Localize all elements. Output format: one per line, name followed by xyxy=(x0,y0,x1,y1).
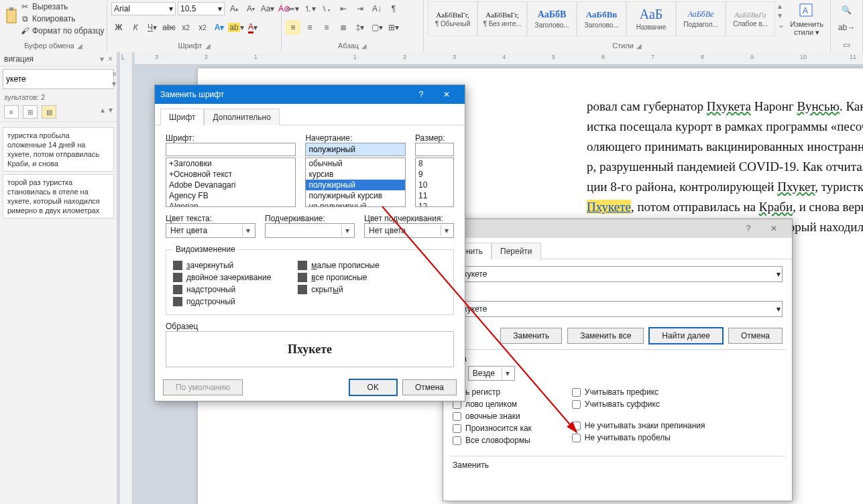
fr-chk-punct[interactable]: Не учитывать знаки препинания xyxy=(572,420,705,432)
numbering-icon[interactable]: ⒈▾ xyxy=(302,1,317,16)
close-icon[interactable]: × xyxy=(108,54,113,64)
styles-up-icon[interactable]: ▴ xyxy=(778,1,785,11)
style-tile[interactable]: АаБбВвГаСлабое в... xyxy=(726,1,775,36)
style-tile[interactable]: АаБбВеПодзагол... xyxy=(676,1,726,36)
fr-chk-sounds[interactable]: Произносится как xyxy=(453,422,532,434)
group-launcher-icon[interactable]: ◢ xyxy=(636,42,642,50)
underline-color-select[interactable]: Нет цвета▾ xyxy=(364,223,454,238)
style-tile[interactable]: АаБбВвГг,¶ Без инте... xyxy=(477,1,527,36)
font-style-list[interactable]: обычныйкурсивполужирныйполужирный курсив… xyxy=(305,158,406,207)
style-tile[interactable]: АаБбВЗаголово... xyxy=(527,1,577,36)
find-icon[interactable]: 🔍 xyxy=(840,3,854,17)
fr-chk-suffix[interactable]: Учитывать суффикс xyxy=(572,398,705,410)
subscript-icon[interactable]: x2 xyxy=(178,20,193,35)
nav-result-item[interactable]: торой раз туристка становилась в отеле н… xyxy=(3,174,114,218)
align-center-icon[interactable]: ≡ xyxy=(302,20,317,35)
shrink-font-icon[interactable]: A▾ xyxy=(243,1,258,16)
styles-down-icon[interactable]: ▾ xyxy=(778,11,785,20)
fr-tab-goto[interactable]: Перейти xyxy=(492,243,541,259)
grow-font-icon[interactable]: A▴ xyxy=(227,1,241,16)
bullets-icon[interactable]: ≔▾ xyxy=(286,1,300,16)
paste-button[interactable] xyxy=(4,1,20,32)
font-color-icon[interactable]: A▾ xyxy=(245,20,260,35)
fr-find-field[interactable]: Пхукете▾ xyxy=(453,266,783,282)
font-tab-font[interactable]: Шрифт xyxy=(160,109,204,125)
fr-chk-spaces[interactable]: Не учитывать пробелы xyxy=(572,432,705,444)
fr-replace-all-button[interactable]: Заменить все xyxy=(567,328,644,344)
change-case-icon[interactable]: Aa▾ xyxy=(260,1,275,16)
nav-tab-headings[interactable]: ≡ xyxy=(4,105,19,119)
horizontal-ruler[interactable]: 3211234567891011121314 xyxy=(135,52,863,65)
nav-next-icon[interactable]: ▾ xyxy=(109,105,113,119)
strikethrough-icon[interactable]: abc xyxy=(162,20,176,35)
show-marks-icon[interactable]: ¶ xyxy=(386,1,401,16)
fr-replace-field[interactable]: Пхукете▾ xyxy=(453,301,783,317)
nav-tab-results[interactable]: ▤ xyxy=(42,105,56,119)
italic-icon[interactable]: К xyxy=(128,20,143,35)
chk-smallcaps[interactable]: малые прописные xyxy=(298,259,380,271)
font-size-list[interactable]: 89101112 xyxy=(415,158,454,207)
help-icon[interactable]: ? xyxy=(736,219,761,238)
indent-icon[interactable]: ⇥ xyxy=(353,1,367,16)
ok-button[interactable]: OK xyxy=(349,379,397,395)
nav-result-item[interactable]: туристка пробыла оложенные 14 дней на ху… xyxy=(3,127,114,172)
font-tab-advanced[interactable]: Дополнительно xyxy=(204,109,279,125)
underline-select[interactable]: ▾ xyxy=(265,223,355,238)
group-launcher-icon[interactable]: ◢ xyxy=(361,42,367,50)
cancel-button[interactable]: Отмена xyxy=(402,379,457,395)
line-spacing-icon[interactable]: ‡▾ xyxy=(353,20,367,35)
sort-icon[interactable]: A↓ xyxy=(369,1,384,16)
chk-strike[interactable]: зачеркнутый xyxy=(173,259,271,271)
fr-chk-forms[interactable]: Все словоформы xyxy=(453,434,532,446)
font-size-select[interactable]: 10,5▾ xyxy=(178,2,225,15)
close-icon[interactable]: ✕ xyxy=(434,85,459,104)
text-effects-icon[interactable]: A▾ xyxy=(212,20,227,35)
change-styles-button[interactable]: A Изменить стили ▾ xyxy=(787,1,826,37)
nav-search-input[interactable]: × ▾ xyxy=(3,69,114,89)
superscript-icon[interactable]: x2 xyxy=(195,20,210,35)
chk-sup[interactable]: надстрочный xyxy=(173,284,271,296)
format-painter-button[interactable]: 🖌Формат по образцу xyxy=(20,25,105,36)
borders-icon[interactable]: ⊞▾ xyxy=(386,20,401,35)
fr-find-next-button[interactable]: Найти далее xyxy=(649,328,723,344)
fr-search-where[interactable]: Везде▾ xyxy=(468,366,515,381)
fr-cancel-button[interactable]: Отмена xyxy=(728,328,783,344)
text-color-select[interactable]: Нет цвета▾ xyxy=(166,223,255,238)
align-right-icon[interactable]: ≡ xyxy=(319,20,334,35)
justify-icon[interactable]: ≣ xyxy=(336,20,351,35)
nav-menu-icon[interactable]: ▾ xyxy=(100,54,104,64)
styles-more-icon[interactable]: ⌄ xyxy=(778,20,785,29)
nav-tab-pages[interactable]: ⊞ xyxy=(23,105,38,119)
vertical-ruler[interactable]: L xyxy=(120,52,133,504)
font-name-input[interactable] xyxy=(166,143,296,156)
default-button[interactable]: По умолчанию xyxy=(163,379,243,395)
select-icon[interactable]: ▭ xyxy=(840,38,854,52)
chk-dstrike[interactable]: двойное зачеркивание xyxy=(173,271,271,284)
highlight-icon[interactable]: ab▾ xyxy=(229,20,243,35)
group-launcher-icon[interactable]: ◢ xyxy=(205,42,211,50)
bold-icon[interactable]: Ж xyxy=(111,20,126,35)
replace-icon[interactable]: ab→ xyxy=(840,20,854,35)
multilevel-icon[interactable]: ⑊▾ xyxy=(319,1,334,16)
outdent-icon[interactable]: ⇤ xyxy=(336,1,351,16)
font-name-select[interactable]: Arial▾ xyxy=(111,2,176,15)
chk-hidden[interactable]: скрытый xyxy=(298,284,380,296)
shading-icon[interactable]: ▢▾ xyxy=(369,20,384,35)
style-tile[interactable]: АаБбВвЗаголово... xyxy=(577,1,626,36)
help-icon[interactable]: ? xyxy=(408,85,434,104)
font-name-list[interactable]: +Заголовки+Основной текстAdobe Devanagar… xyxy=(166,158,296,207)
font-size-input[interactable] xyxy=(415,143,454,156)
nav-prev-icon[interactable]: ▴ xyxy=(101,105,105,119)
chk-sub[interactable]: подстрочный xyxy=(173,296,271,308)
font-titlebar[interactable]: Заменить шрифт ? ✕ xyxy=(155,85,465,104)
cut-button[interactable]: ✂Вырезать xyxy=(20,1,105,12)
fr-titlebar[interactable]: ить ? ✕ xyxy=(443,219,792,238)
align-left-icon[interactable]: ≡ xyxy=(286,20,300,35)
copy-button[interactable]: ⧉Копировать xyxy=(20,13,105,24)
style-tile[interactable]: АаБНазвание xyxy=(626,1,676,36)
style-tile[interactable]: АаБбВвГг,¶ Обычный xyxy=(428,1,477,36)
fr-replace-button[interactable]: Заменить xyxy=(500,328,562,344)
fr-chk-wild[interactable]: овочные знаки xyxy=(453,410,532,422)
chk-allcaps[interactable]: все прописные xyxy=(298,271,380,284)
fr-chk-prefix[interactable]: Учитывать префикс xyxy=(572,386,705,398)
